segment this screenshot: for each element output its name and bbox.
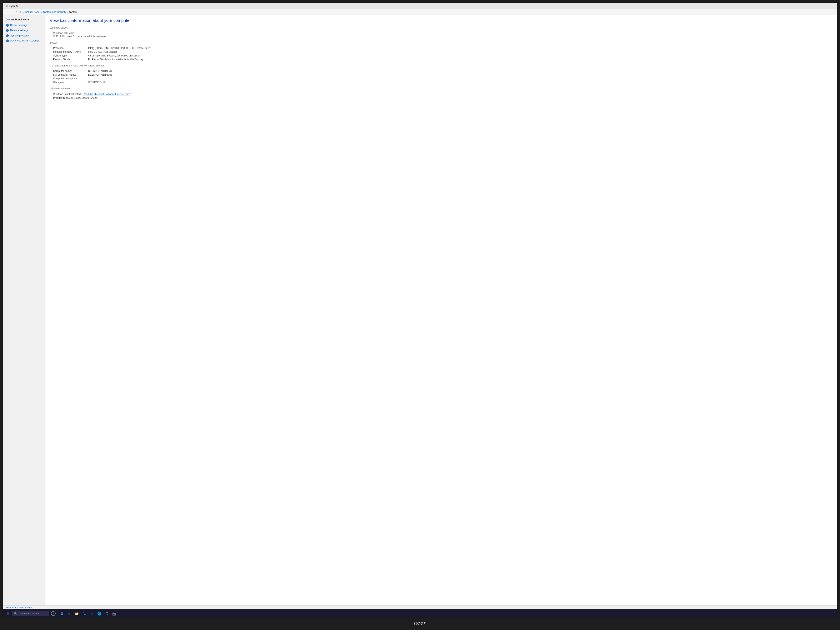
ram-value: 8.00 GB (7.84 GB usable) xyxy=(88,51,832,53)
activation-status-text: Windows is not activated. xyxy=(53,93,81,96)
security-maintenance-link[interactable]: Security and Maintenance xyxy=(6,606,32,609)
sidebar: Control Panel Home Device Manager Remote… xyxy=(3,15,45,605)
taskbar-app-task-view[interactable]: ⧉ xyxy=(59,611,65,616)
sidebar-label-advanced-settings: Advanced system settings xyxy=(10,39,39,43)
system-info-grid: Processor: Intel(R) Core(TM) i5-3210M CP… xyxy=(50,47,832,61)
taskbar-app-camera[interactable]: 📷 xyxy=(112,611,117,616)
taskbar-app-explorer[interactable]: 📁 xyxy=(74,611,80,616)
start-button[interactable]: ⊞ xyxy=(5,610,11,617)
title-bar: 🖥 System xyxy=(3,3,837,9)
activation-license-link[interactable]: Read the Microsoft Software License Term… xyxy=(83,93,131,96)
address-bar: ← → ↑ 🖥 › Control Panel › System and Sec… xyxy=(3,9,837,15)
breadcrumb-system: System xyxy=(69,11,77,14)
type-label: System type: xyxy=(53,54,87,57)
activation-header: Windows activation xyxy=(50,87,832,91)
bottom-status-bar[interactable]: Security and Maintenance xyxy=(3,605,837,609)
taskbar-search-box[interactable]: 🔍 Type here to search xyxy=(12,611,49,616)
window-icon: 🖥 xyxy=(5,5,8,8)
full-name-value: DESKTOP-N1N4LMJ xyxy=(88,73,832,76)
taskbar-pinned-apps: ⧉ e 📁 🛍 ✉ 🌐 🎵 📷 xyxy=(59,611,117,616)
computer-name-grid: Computer name: DESKTOP-N1N4LMJ - Full co… xyxy=(50,69,832,84)
sidebar-item-system-protection[interactable]: System protection xyxy=(3,33,44,38)
windows-edition-header: Windows edition xyxy=(50,26,832,30)
full-name-label: Full computer name: xyxy=(53,73,87,76)
window-title: System xyxy=(9,5,18,8)
computer-name-section: Computer name, domain, and workgroup set… xyxy=(50,64,832,84)
taskbar-app-edge[interactable]: e xyxy=(66,611,72,616)
workgroup-value: WORKGROUP xyxy=(88,81,832,84)
activation-section: Windows activation Windows is not activa… xyxy=(50,87,832,99)
breadcrumb-system-security[interactable]: System and Security xyxy=(43,11,66,14)
product-id-row: Product ID: 00326-10000-00000-AA925 xyxy=(53,96,832,99)
type-value: 64-bit Operating System, x64-based proce… xyxy=(88,54,832,57)
sidebar-home-link[interactable]: Control Panel Home xyxy=(3,17,44,23)
sidebar-item-advanced-settings[interactable]: Advanced system settings xyxy=(3,38,44,43)
activation-status-row: Windows is not activated. Read the Micro… xyxy=(53,93,832,96)
acer-logo: acer xyxy=(3,618,837,627)
shield-icon-remote xyxy=(6,29,9,32)
task-view-icon: ○ xyxy=(53,613,54,615)
shield-icon-advanced xyxy=(6,39,9,43)
task-view-button[interactable]: ○ xyxy=(51,611,55,616)
content-area: View basic information about your comput… xyxy=(45,15,837,605)
pen-label: Pen and Touch: xyxy=(53,58,87,61)
workgroup-label: Workgroup: xyxy=(53,81,87,84)
windows-edition-section: Windows edition Windows 10 Home © 2019 M… xyxy=(50,26,832,38)
computer-name-label: Computer name: xyxy=(53,69,87,73)
breadcrumb-control-panel[interactable]: Control Panel xyxy=(25,11,40,14)
processor-label: Processor: xyxy=(53,47,87,50)
system-header: System xyxy=(50,41,832,45)
sidebar-label-remote-settings: Remote settings xyxy=(10,29,28,32)
description-value xyxy=(88,77,832,80)
description-label: Computer description: xyxy=(53,77,87,80)
sidebar-label-system-protection: System protection xyxy=(10,34,30,38)
folder-icon: 🖥 xyxy=(19,10,22,14)
sidebar-item-remote-settings[interactable]: Remote settings xyxy=(3,28,44,33)
breadcrumb: 🖥 › Control Panel › System and Security … xyxy=(19,10,77,14)
product-id-value: 00326-10000-00000-AA925 xyxy=(66,96,97,99)
computer-name-value: DESKTOP-N1N4LMJ - xyxy=(88,69,832,73)
taskbar-app-chrome[interactable]: 🌐 xyxy=(96,611,102,616)
up-button[interactable]: ↑ xyxy=(15,10,18,14)
taskbar: ⊞ 🔍 Type here to search ○ ⧉ e 📁 🛍 ✉ 🌐 🎵 … xyxy=(3,609,837,618)
ram-label: Installed memory (RAM): xyxy=(53,51,87,53)
windows-version: Windows 10 Home xyxy=(50,32,832,35)
processor-value: Intel(R) Core(TM) i5-3210M CPU @ 2.50GHz… xyxy=(88,47,832,50)
search-icon: 🔍 xyxy=(14,612,17,615)
activation-content: Windows is not activated. Read the Micro… xyxy=(50,93,832,99)
page-title: View basic information about your comput… xyxy=(50,18,832,23)
back-button[interactable]: ← xyxy=(5,10,9,14)
taskbar-app-music[interactable]: 🎵 xyxy=(104,611,110,616)
system-section: System Processor: Intel(R) Core(TM) i5-3… xyxy=(50,41,832,61)
search-placeholder: Type here to search xyxy=(19,612,39,615)
shield-icon-device xyxy=(6,24,9,27)
product-id-label: Product ID: xyxy=(53,96,66,99)
taskbar-app-store[interactable]: 🛍 xyxy=(82,611,87,616)
shield-icon-protection xyxy=(6,34,9,37)
taskbar-app-mail[interactable]: ✉ xyxy=(89,611,95,616)
windows-copyright: © 2019 Microsoft Corporation. All rights… xyxy=(50,35,832,38)
sidebar-item-device-manager[interactable]: Device Manager xyxy=(3,23,44,28)
computer-name-header: Computer name, domain, and workgroup set… xyxy=(50,64,832,68)
forward-button[interactable]: → xyxy=(10,10,14,14)
sidebar-label-device-manager: Device Manager xyxy=(10,24,28,27)
pen-value: No Pen or Touch Input is available for t… xyxy=(88,58,832,61)
